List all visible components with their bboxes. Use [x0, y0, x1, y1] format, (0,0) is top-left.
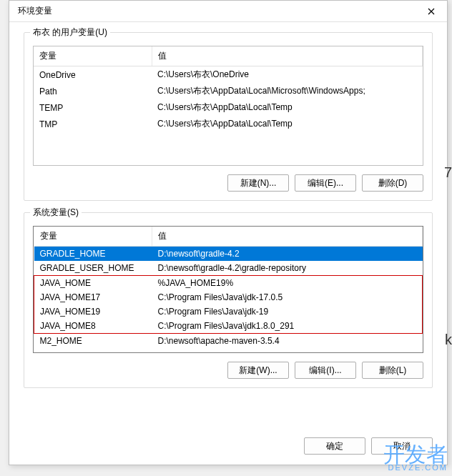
cancel-button[interactable]: 取消: [371, 437, 433, 455]
dialog-buttons: 确定 取消: [304, 437, 433, 455]
close-button[interactable]: [415, 1, 447, 22]
var-name: JAVA_HOME19: [34, 304, 152, 319]
edge-text-1: 7: [444, 164, 452, 181]
edge-text-2: k: [445, 332, 452, 348]
titlebar[interactable]: 环境变量: [9, 1, 447, 22]
var-value: C:\Program Files\Java\jdk-17.0.5: [152, 290, 423, 304]
var-value: %JAVA_HOME19%: [152, 276, 423, 291]
dialog-content: 布衣 的用户变量(U) 变量 值 OneDriveC:\Users\布衣\One…: [9, 22, 447, 410]
var-name: GRADLE_USER_HOME: [34, 261, 152, 276]
sys-edit-button[interactable]: 编辑(I)...: [295, 362, 356, 379]
table-row[interactable]: M2_HOMED:\newsoft\apache-maven-3.5.4: [34, 334, 423, 349]
var-name: TEMP: [34, 99, 152, 116]
system-vars-table[interactable]: 变量 值 GRADLE_HOMED:\newsoft\gradle-4.2GRA…: [34, 227, 423, 348]
var-value: D:\newsoft\apache-maven-3.5.4: [152, 334, 423, 349]
col-header-name[interactable]: 变量: [34, 227, 152, 247]
var-name: TMP: [34, 116, 152, 132]
var-value: D:\newsoft\gradle-4.2: [152, 247, 423, 262]
user-delete-button[interactable]: 删除(D): [362, 174, 423, 192]
col-header-value[interactable]: 值: [152, 46, 423, 66]
table-header-row: 变量 值: [34, 227, 423, 247]
table-row[interactable]: TMPC:\Users\布衣\AppData\Local\Temp: [34, 116, 423, 132]
var-name: M2_HOME: [34, 334, 152, 349]
user-vars-buttons: 新建(N)... 编辑(E)... 删除(D): [33, 174, 423, 192]
user-vars-group: 布衣 的用户变量(U) 变量 值 OneDriveC:\Users\布衣\One…: [24, 32, 433, 201]
env-vars-dialog: 环境变量 布衣 的用户变量(U) 变量 值 OneDriveC:\Users\布…: [9, 0, 448, 465]
table-row[interactable]: JAVA_HOME19C:\Program Files\Java\jdk-19: [34, 304, 423, 319]
var-value: D:\newsoft\gradle-4.2\gradle-repository: [152, 261, 423, 276]
var-name: JAVA_HOME8: [34, 319, 152, 334]
col-header-value[interactable]: 值: [152, 227, 423, 247]
user-vars-table-container: 变量 值 OneDriveC:\Users\布衣\OneDrivePathC:\…: [33, 46, 423, 166]
col-header-name[interactable]: 变量: [34, 46, 152, 66]
table-row[interactable]: TEMPC:\Users\布衣\AppData\Local\Temp: [34, 99, 423, 116]
var-value: C:\Program Files\Java\jdk1.8.0_291: [152, 319, 423, 334]
user-vars-table[interactable]: 变量 值 OneDriveC:\Users\布衣\OneDrivePathC:\…: [34, 46, 423, 132]
var-value: C:\Users\布衣\AppData\Local\Temp: [152, 116, 423, 132]
sys-delete-button[interactable]: 删除(L): [362, 362, 423, 379]
var-value: C:\Users\布衣\OneDrive: [152, 66, 423, 84]
close-icon: [428, 8, 435, 15]
table-row[interactable]: JAVA_HOME17C:\Program Files\Java\jdk-17.…: [34, 290, 423, 304]
table-row[interactable]: GRADLE_HOMED:\newsoft\gradle-4.2: [34, 247, 423, 262]
table-row[interactable]: JAVA_HOME%JAVA_HOME19%: [34, 276, 423, 291]
user-new-button[interactable]: 新建(N)...: [227, 174, 289, 192]
user-vars-title: 布衣 的用户变量(U): [30, 26, 110, 39]
system-vars-table-container: 变量 值 GRADLE_HOMED:\newsoft\gradle-4.2GRA…: [33, 226, 423, 353]
system-vars-buttons: 新建(W)... 编辑(I)... 删除(L): [33, 362, 423, 379]
dialog-title: 环境变量: [18, 5, 52, 17]
var-name: GRADLE_HOME: [34, 247, 152, 262]
system-vars-title: 系统变量(S): [30, 207, 82, 219]
var-name: JAVA_HOME: [34, 276, 152, 291]
var-value: C:\Users\布衣\AppData\Local\Temp: [152, 99, 423, 116]
table-row[interactable]: GRADLE_USER_HOMED:\newsoft\gradle-4.2\gr…: [34, 261, 423, 276]
table-row[interactable]: JAVA_HOME8C:\Program Files\Java\jdk1.8.0…: [34, 319, 423, 334]
var-value: C:\Users\布衣\AppData\Local\Microsoft\Wind…: [152, 83, 423, 99]
sys-new-button[interactable]: 新建(W)...: [227, 362, 289, 379]
var-name: Path: [34, 83, 152, 99]
var-name: JAVA_HOME17: [34, 290, 152, 304]
system-vars-group: 系统变量(S) 变量 值 GRADLE_HOMED:\newsoft\gradl…: [24, 212, 433, 388]
ok-button[interactable]: 确定: [304, 437, 365, 455]
table-header-row: 变量 值: [34, 46, 423, 66]
user-edit-button[interactable]: 编辑(E)...: [295, 174, 356, 192]
var-value: C:\Program Files\Java\jdk-19: [152, 304, 423, 319]
var-name: OneDrive: [34, 66, 152, 84]
table-row[interactable]: PathC:\Users\布衣\AppData\Local\Microsoft\…: [34, 83, 423, 99]
table-row[interactable]: OneDriveC:\Users\布衣\OneDrive: [34, 66, 423, 84]
